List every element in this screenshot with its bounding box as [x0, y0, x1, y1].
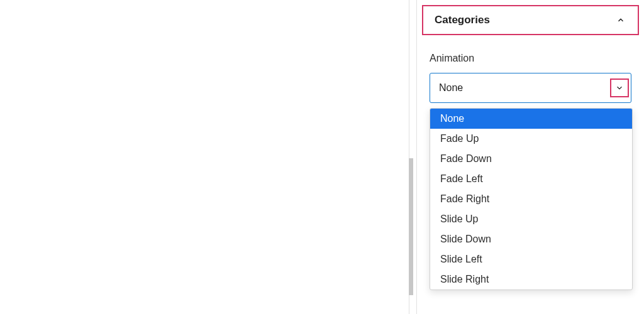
animation-option-fade-right[interactable]: Fade Right [430, 189, 632, 209]
animation-option-slide-right[interactable]: Slide Right [430, 269, 632, 290]
animation-option-fade-down[interactable]: Fade Down [430, 149, 632, 169]
panel-body: Animation None None Fade Up Fade Down Fa… [417, 35, 644, 103]
animation-selected-value: None [439, 82, 463, 94]
animation-option-fade-left[interactable]: Fade Left [430, 169, 632, 189]
animation-option-slide-up[interactable]: Slide Up [430, 209, 632, 229]
animation-select[interactable]: None [430, 73, 631, 103]
animation-option-slide-down[interactable]: Slide Down [430, 229, 632, 249]
settings-sidebar: Categories Animation None None Fade Up F… [416, 0, 644, 314]
animation-dropdown: None Fade Up Fade Down Fade Left Fade Ri… [430, 108, 633, 290]
animation-option-none[interactable]: None [430, 109, 632, 129]
animation-label: Animation [430, 53, 631, 64]
animation-select-wrap: None None Fade Up Fade Down Fade Left Fa… [430, 73, 631, 103]
animation-option-fade-up[interactable]: Fade Up [430, 129, 632, 149]
categories-section-header[interactable]: Categories [422, 5, 639, 35]
chevron-up-icon [615, 14, 626, 26]
animation-option-slide-left[interactable]: Slide Left [430, 249, 632, 269]
section-title: Categories [435, 14, 490, 26]
scrollbar-thumb[interactable] [409, 158, 413, 295]
content-area [0, 0, 409, 314]
